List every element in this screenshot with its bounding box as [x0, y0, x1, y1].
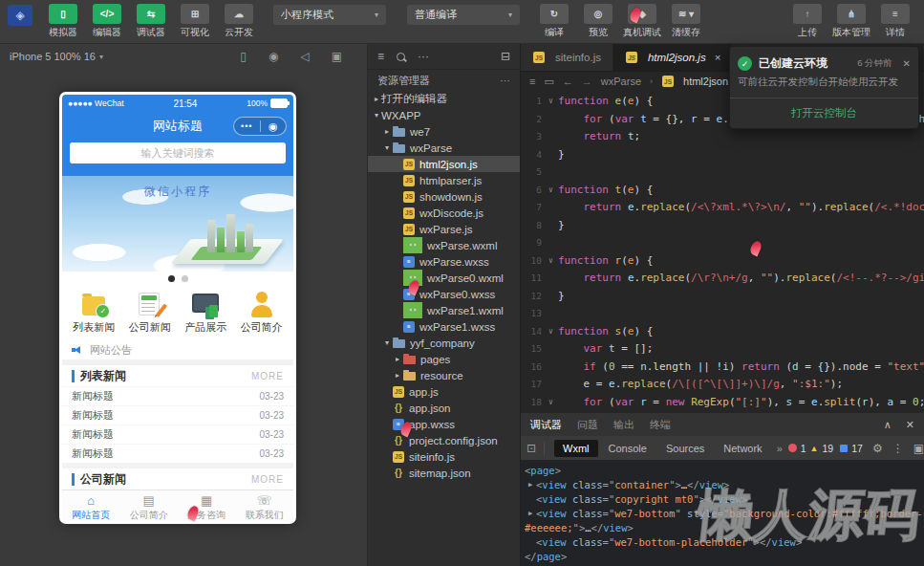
chevron-down-icon[interactable]: ▾ [99, 53, 103, 61]
wxml-line[interactable]: <page> [525, 464, 920, 478]
wxml-line[interactable]: ▶<view class="container">…</view> [525, 478, 920, 492]
mode-dropdown[interactable]: 小程序模式 ▾ [273, 5, 386, 25]
open-cloud-console-link[interactable]: 打开云控制台 [730, 98, 918, 128]
fold-chevron-icon[interactable]: ∨ [544, 93, 558, 111]
search-input[interactable]: 输入关键词搜索 [70, 142, 286, 163]
devtools-tab-network[interactable]: Network [715, 440, 770, 457]
toolbar-button-refresh[interactable]: ↻编译 [533, 4, 575, 39]
quick-entry-person[interactable]: 公司简介 [234, 285, 290, 340]
device-selector[interactable]: iPhone 5 100% 16 [10, 51, 96, 62]
more-dots-icon[interactable]: ••• [234, 121, 260, 131]
tree-item[interactable]: JSshowdown.js [368, 188, 520, 205]
devtools-tab-console[interactable]: Console [600, 440, 655, 457]
collapse-icon[interactable]: ∧ [884, 419, 892, 431]
tree-item[interactable]: {}project.config.json [368, 432, 520, 448]
fold-chevron-icon[interactable]: ∨ [544, 394, 558, 412]
more-link[interactable]: MORE [251, 474, 284, 485]
back-icon[interactable]: ← [563, 76, 573, 87]
device-frame-icon[interactable]: ▯ [240, 50, 247, 63]
wxml-line[interactable]: <view class="we7-bottom-placeholder"></v… [525, 535, 920, 550]
toolbar-button-eye[interactable]: ◎预览 [577, 4, 619, 39]
tree-item[interactable]: JSwxParse.js [368, 221, 520, 237]
compile-dropdown[interactable]: 普通编译 ▾ [407, 5, 520, 25]
tree-item[interactable]: ≡wxParse1.wxss [368, 318, 520, 335]
kebab-menu-icon[interactable]: ⋮ [892, 442, 904, 455]
forward-icon[interactable]: → [582, 76, 592, 87]
tree-item[interactable]: ▾WXAPP [368, 107, 520, 123]
tree-item[interactable]: JSwxDiscode.js [368, 205, 520, 221]
multi-window-icon[interactable]: ▣ [332, 50, 342, 63]
news-row[interactable]: 新闻标题03-23 [62, 424, 293, 444]
tree-item[interactable]: JShtmlparser.js [368, 172, 520, 188]
more-tabs-icon[interactable]: » [777, 443, 783, 454]
dock-icon[interactable]: ▣ [913, 442, 924, 455]
capsule-menu[interactable]: ••• ◉ [233, 117, 287, 136]
inspect-element-icon[interactable]: ⊡ [526, 442, 545, 455]
tabbar-item-home[interactable]: ⌂网站首页 [62, 490, 120, 521]
wxml-line[interactable]: #eeeeee;">…</view> [525, 521, 920, 535]
panel-tab-输出[interactable]: 输出 [613, 418, 634, 432]
tree-item[interactable]: ▾yyf_company [368, 335, 520, 351]
capsule-target-icon[interactable]: ◉ [261, 120, 287, 133]
devtools-logo-icon[interactable]: ◈ [8, 5, 32, 26]
bookmark-icon[interactable]: ▭ [544, 76, 553, 88]
tree-item[interactable]: ▸we7 [368, 123, 520, 140]
close-icon[interactable]: ✕ [906, 419, 914, 431]
dot-inactive[interactable] [182, 275, 188, 282]
quick-entry-board[interactable]: 产品展示 [178, 285, 234, 340]
gear-icon[interactable]: ⚙ [872, 442, 883, 455]
quick-entry-doc-pencil[interactable]: 公司新闻 [122, 285, 179, 340]
mute-icon[interactable]: ◁ [300, 50, 309, 63]
devtools-tab-sources[interactable]: Sources [657, 440, 713, 457]
code-area[interactable]: 1∨function e(e) {2 for (var t = {}, r = … [521, 91, 924, 413]
devtools-tab-wxml[interactable]: Wxml [554, 440, 598, 457]
explorer-more-icon[interactable]: ··· [500, 75, 510, 86]
error-count[interactable]: 1 [801, 443, 806, 454]
tree-item[interactable]: ≡wxParse.wxss [368, 253, 520, 270]
panel-tab-终端[interactable]: 终端 [650, 418, 671, 432]
wxml-line[interactable]: </page> [525, 550, 920, 564]
toolbar-button-branch[interactable]: ⋔版本管理 [830, 4, 872, 39]
more-icon[interactable]: ··· [418, 50, 429, 63]
editor-tab[interactable]: JSsiteinfo.js [521, 44, 613, 71]
menu-icon[interactable]: ≡ [529, 76, 535, 87]
wxml-line[interactable]: <view class="copyright mt0"></view> [525, 492, 920, 507]
tabbar-item-building[interactable]: ▤公司简介 [120, 490, 179, 521]
tree-item[interactable]: ▾wxParse [368, 140, 520, 156]
tree-item[interactable]: ‹›wxParse1.wxml [368, 302, 520, 318]
tree-item[interactable]: ‹›wxParse.wxml [368, 237, 520, 253]
warning-count[interactable]: 19 [823, 443, 834, 454]
info-count[interactable]: 17 [851, 443, 863, 454]
toolbar-button-layers[interactable]: ≋ ▾清缓存 [665, 4, 707, 39]
wxml-inspector[interactable]: <page>▶<view class="container">…</view><… [521, 461, 924, 566]
toolbar-button-swap[interactable]: ⇆调试器 [130, 4, 172, 39]
tree-item[interactable]: ▸resource [368, 367, 520, 383]
tree-item[interactable]: {}app.json [368, 400, 520, 416]
news-row[interactable]: 新闻标题03-23 [62, 444, 293, 463]
tabbar-item-contact[interactable]: ☏联系我们 [236, 490, 294, 521]
expand-arrow-icon[interactable]: ▶ [525, 478, 536, 492]
more-link[interactable]: MORE [251, 371, 284, 381]
panel-tab-调试器[interactable]: 调试器 [530, 418, 562, 432]
tree-item[interactable]: ▸打开的编辑器 [368, 91, 520, 107]
fold-chevron-icon[interactable]: ∨ [544, 323, 558, 341]
menu-icon[interactable]: ≡ [377, 50, 384, 63]
news-row[interactable]: 新闻标题03-23 [62, 405, 293, 424]
editor-tab[interactable]: JShtml2json.js× [613, 44, 733, 71]
toolbar-button-grid[interactable]: ⊞可视化 [174, 4, 216, 39]
collapse-panel-icon[interactable]: ⊟ [501, 50, 510, 63]
tabbar-item-consult[interactable]: ▦业务咨询 [178, 490, 236, 521]
tree-item[interactable]: ≡wxParse0.wxss [368, 286, 520, 302]
toolbar-button-code[interactable]: </>编辑器 [86, 4, 128, 39]
tree-item[interactable]: {}sitemap.json [368, 465, 520, 481]
fold-chevron-icon[interactable]: ∨ [544, 252, 558, 271]
fold-chevron-icon[interactable]: ∨ [544, 182, 558, 200]
tree-item[interactable]: ▸pages [368, 351, 520, 367]
tree-item[interactable]: JSapp.js [368, 383, 520, 400]
toolbar-button-upload[interactable]: ↑上传 [786, 4, 828, 39]
breadcrumb-folder[interactable]: wxParse [601, 76, 641, 87]
toolbar-button-phone[interactable]: ▯模拟器 [42, 4, 84, 39]
close-icon[interactable]: × [715, 52, 721, 63]
toolbar-button-device[interactable]: ◈真机调试 [621, 4, 663, 39]
search-icon[interactable] [397, 53, 405, 61]
